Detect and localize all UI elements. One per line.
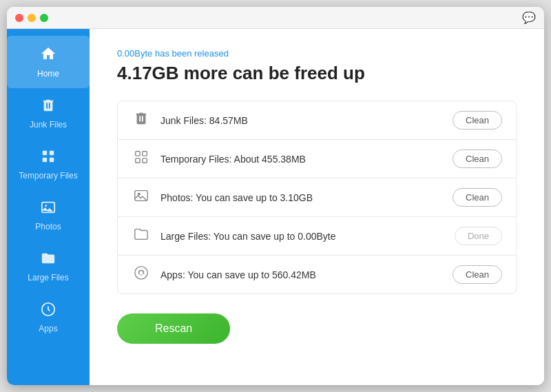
temporary-icon: [41, 149, 56, 167]
junk-files-detail: 84.57MB: [207, 115, 248, 126]
table-row: Temporary Files: About 455.38MB Clean: [118, 140, 516, 178]
photos-icon: [41, 200, 56, 218]
released-text: 0.00Byte has been released: [117, 48, 517, 59]
sidebar-item-junk-label: Junk Files: [30, 120, 67, 130]
svg-point-12: [138, 193, 140, 195]
apps-text: Apps: You can save up to 560.42MB: [160, 269, 443, 280]
sidebar-item-large-label: Large Files: [28, 273, 68, 282]
main-content: Home Junk Files: [7, 29, 544, 385]
title-bar: 💬: [7, 7, 544, 29]
large-files-row-icon: [132, 227, 151, 245]
svg-rect-1: [50, 151, 54, 155]
svg-rect-7: [136, 152, 140, 156]
photos-clean-button[interactable]: Clean: [453, 188, 502, 207]
large-files-icon: [41, 251, 56, 269]
scan-rows-container: Junk Files: 84.57MB Clean Tem: [117, 101, 517, 294]
trash-icon: [41, 98, 56, 116]
chat-icon[interactable]: 💬: [522, 11, 536, 24]
photos-detail: You can save up to 3.10GB: [193, 192, 313, 203]
svg-rect-9: [136, 158, 140, 163]
large-files-detail: You can save up to 0.00Byte: [211, 231, 335, 242]
apps-label: Apps:: [160, 269, 185, 280]
maximize-button[interactable]: [40, 14, 48, 22]
table-row: Junk Files: 84.57MB Clean: [118, 101, 516, 140]
table-row: Large Files: You can save up to 0.00Byte…: [118, 217, 516, 256]
table-row: Photos: You can save up to 3.10GB Clean: [118, 178, 516, 217]
photos-label: Photos:: [160, 192, 193, 203]
large-files-text: Large Files: You can save up to 0.00Byte: [160, 231, 445, 242]
svg-rect-0: [43, 151, 47, 155]
large-files-label: Large Files:: [160, 231, 211, 242]
temporary-files-row-icon: [132, 149, 151, 168]
main-window: 💬 Home Junk Files: [7, 7, 544, 385]
photos-text: Photos: You can save up to 3.10GB: [160, 192, 443, 203]
close-button[interactable]: [15, 14, 23, 22]
sidebar-item-photos-label: Photos: [35, 222, 61, 231]
table-row: Apps: You can save up to 560.42MB Clean: [118, 256, 516, 293]
sidebar-item-temp-label: Temporary Files: [19, 171, 77, 180]
sidebar-item-home-label: Home: [37, 69, 59, 79]
home-icon: [40, 45, 56, 65]
sidebar-item-apps-label: Apps: [39, 324, 57, 333]
apps-icon: [41, 302, 56, 320]
rescan-button[interactable]: Rescan: [117, 313, 230, 344]
svg-point-5: [45, 205, 47, 207]
sidebar-item-large-files[interactable]: Large Files: [7, 241, 90, 292]
temporary-files-text: Temporary Files: About 455.38MB: [160, 154, 443, 165]
sidebar-item-junk-files[interactable]: Junk Files: [7, 88, 90, 139]
svg-rect-3: [50, 158, 54, 162]
temporary-files-clean-button[interactable]: Clean: [453, 149, 502, 168]
temporary-files-label: Temporary Files:: [160, 154, 231, 165]
sidebar-item-home[interactable]: Home: [7, 36, 90, 88]
temporary-files-detail: About 455.38MB: [231, 154, 305, 165]
apps-clean-button[interactable]: Clean: [453, 265, 502, 284]
junk-files-text: Junk Files: 84.57MB: [160, 115, 443, 126]
junk-files-icon: [132, 111, 151, 130]
sidebar: Home Junk Files: [7, 29, 90, 385]
photos-row-icon: [132, 188, 151, 207]
junk-files-clean-button[interactable]: Clean: [453, 111, 502, 130]
freed-up-title: 4.17GB more can be freed up: [117, 63, 517, 84]
junk-files-label: Junk Files:: [160, 115, 207, 126]
content-area: 0.00Byte has been released 4.17GB more c…: [90, 29, 544, 385]
svg-rect-10: [143, 158, 147, 163]
svg-rect-2: [43, 158, 47, 162]
large-files-done-button[interactable]: Done: [455, 227, 502, 245]
apps-detail: You can save up to 560.42MB: [185, 269, 316, 280]
minimize-button[interactable]: [28, 14, 36, 22]
sidebar-item-apps[interactable]: Apps: [7, 292, 90, 343]
svg-point-13: [135, 267, 147, 279]
sidebar-item-temporary-files[interactable]: Temporary Files: [7, 139, 90, 190]
traffic-lights: [15, 14, 48, 22]
sidebar-item-photos[interactable]: Photos: [7, 190, 90, 241]
apps-row-icon: [132, 265, 151, 284]
svg-rect-8: [143, 152, 147, 156]
